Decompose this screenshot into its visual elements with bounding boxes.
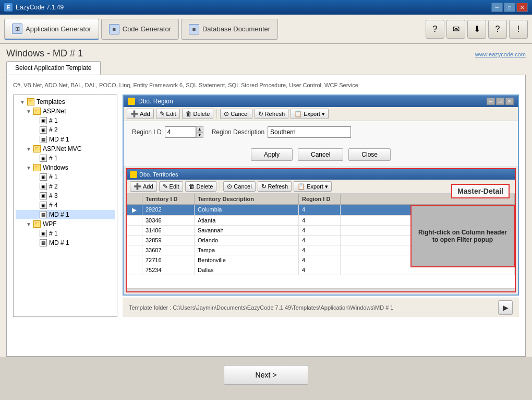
- row-indicator: [127, 255, 142, 265]
- tree-arrow: [32, 174, 38, 180]
- master-cancel-button[interactable]: ⊙ Cancel: [220, 109, 252, 119]
- detail-edit-label: Edit: [170, 183, 179, 190]
- tree-aspnet[interactable]: ▼ 📁 ASP.Net: [16, 107, 115, 116]
- tree-arrow: [32, 240, 38, 246]
- detail-edit-button[interactable]: ✎ Edit: [159, 181, 183, 192]
- download-icon[interactable]: ⬇: [467, 20, 486, 39]
- tree-mvc-1[interactable]: ▣ # 1: [16, 154, 115, 163]
- help-icon[interactable]: ?: [426, 20, 444, 39]
- restore-button[interactable]: □: [504, 3, 515, 12]
- tree-wpf-md1[interactable]: ▦ MD # 1: [16, 238, 115, 248]
- master-dialog-title: Dbo. Region ─ □ ✕: [124, 96, 518, 107]
- export-arrow: ▾: [322, 111, 325, 117]
- tree-wpf-1[interactable]: ▣ # 1: [16, 229, 115, 238]
- file-icon: ▣: [40, 202, 47, 209]
- territory-desc-cell: Dallas: [195, 265, 299, 275]
- tab-application-generator[interactable]: ⊞ Application Generator: [4, 19, 99, 40]
- file-icon: ▣: [40, 155, 47, 162]
- play-button[interactable]: ▶: [498, 300, 513, 315]
- tab-select-template[interactable]: Select Application Template: [6, 61, 101, 75]
- spinner-up[interactable]: ▲: [196, 126, 203, 132]
- row-indicator: [127, 245, 142, 255]
- title-bar-text: EazyCode 7.1.49: [16, 4, 491, 11]
- territory-desc-cell: Atlanta: [195, 216, 299, 225]
- add-icon: ➕: [130, 110, 138, 117]
- master-edit-button[interactable]: ✎ Edit: [156, 109, 180, 119]
- status-bar: Template folder : C:\Users\Jaymin\Docume…: [123, 298, 519, 317]
- detail-refresh-label: Refresh: [268, 183, 288, 190]
- tree-win-md1[interactable]: ▦ MD # 1: [16, 210, 115, 219]
- tree-label: # 1: [49, 155, 58, 162]
- resize-handle[interactable]: ⋯: [127, 288, 515, 291]
- tree-arrow: ▼: [26, 165, 31, 171]
- row-indicator: [127, 216, 142, 225]
- close-button[interactable]: Close: [348, 148, 391, 161]
- tree-aspnet-1[interactable]: ▣ # 1: [16, 116, 115, 125]
- close-button[interactable]: ✕: [516, 3, 528, 12]
- grid-col-territory-id[interactable]: Territory I D: [142, 194, 195, 204]
- cancel-button[interactable]: Cancel: [298, 148, 343, 161]
- next-button[interactable]: Next >: [224, 365, 309, 385]
- tree-panel: ▼ 📁 Templates ▼ 📁 ASP.Net ▣ # 1: [13, 95, 117, 317]
- spinner-down[interactable]: ▼: [196, 132, 203, 138]
- tab-code-generator[interactable]: ≡ Code Generator: [101, 19, 179, 40]
- dialog-close-btn[interactable]: ✕: [505, 98, 514, 105]
- tree-aspnet-mvc[interactable]: ▼ 📁 ASP.Net MVC: [16, 144, 115, 154]
- tree-win-3[interactable]: ▣ # 3: [16, 191, 115, 201]
- master-export-label: Export: [304, 111, 320, 117]
- website-link[interactable]: www.eazycode.com: [475, 45, 526, 57]
- region-id-input[interactable]: 4: [165, 126, 196, 138]
- tree-wpf[interactable]: ▼ 📁 WPF: [16, 219, 115, 229]
- master-edit-label: Edit: [166, 111, 176, 117]
- tree-label: # 1: [49, 230, 58, 237]
- tree-windows[interactable]: ▼ 📁 Windows: [16, 163, 115, 172]
- app-gen-icon: ⊞: [12, 23, 22, 34]
- detail-add-button[interactable]: ➕ Add: [130, 181, 157, 192]
- tree-arrow: [32, 118, 38, 124]
- tree-arrow: [32, 231, 38, 237]
- region-desc-input[interactable]: Southern: [268, 126, 351, 138]
- tree-win-4[interactable]: ▣ # 4: [16, 201, 115, 210]
- tree-arrow: [32, 156, 38, 161]
- master-export-button[interactable]: 📋 Export ▾: [291, 109, 329, 119]
- tree-win-1[interactable]: ▣ # 1: [16, 172, 115, 182]
- code-gen-icon: ≡: [109, 24, 119, 34]
- territory-desc-cell: Tampa: [195, 245, 299, 255]
- region-id-cell: 4: [299, 205, 341, 215]
- tab-database-documenter[interactable]: ≡ Database Documenter: [181, 19, 278, 40]
- dialog-restore-btn[interactable]: □: [496, 98, 504, 105]
- edit-icon: ✎: [163, 183, 168, 190]
- master-add-button[interactable]: ➕ Add: [127, 109, 154, 119]
- row-indicator: [127, 226, 142, 235]
- grid-body[interactable]: ▶ 29202 Columbia 4 30346: [127, 205, 515, 288]
- grid-col-region-id[interactable]: Region I D: [299, 194, 341, 204]
- detail-cancel-button[interactable]: ⊙ Cancel: [223, 181, 255, 192]
- region-id-label: Region I D: [132, 128, 162, 136]
- minimize-button[interactable]: ─: [491, 3, 503, 12]
- region-desc-group: Region Description Southern: [212, 126, 351, 138]
- master-refresh-button[interactable]: ↻ Refresh: [255, 109, 289, 119]
- info-icon[interactable]: !: [509, 20, 528, 39]
- master-delete-button[interactable]: 🗑 Delete: [182, 109, 214, 119]
- grid-col-description[interactable]: Territory Description: [195, 194, 299, 204]
- tree-aspnet-2[interactable]: ▣ # 2: [16, 125, 115, 135]
- master-dialog-title-text: Dbo. Region: [138, 98, 173, 105]
- tree-win-2[interactable]: ▣ # 2: [16, 182, 115, 191]
- tree-arrow: ▼: [20, 99, 25, 105]
- apply-button[interactable]: Apply: [251, 148, 293, 161]
- tree-arrow: ▼: [26, 221, 31, 227]
- detail-delete-button[interactable]: 🗑 Delete: [185, 181, 217, 192]
- tree-label: MD # 1: [49, 239, 69, 246]
- question-icon[interactable]: ?: [488, 20, 507, 39]
- tree-root[interactable]: ▼ 📁 Templates: [16, 97, 115, 107]
- detail-export-button[interactable]: 📋 Export ▾: [294, 181, 332, 192]
- file-md-icon: ▦: [40, 239, 47, 246]
- territory-id-cell: 75234: [142, 265, 195, 275]
- email-icon[interactable]: ✉: [446, 20, 465, 39]
- region-id-group: Region I D 4 ▲ ▼: [132, 126, 203, 138]
- detail-refresh-button[interactable]: ↻ Refresh: [258, 181, 292, 192]
- row-indicator: ▶: [127, 205, 142, 215]
- region-id-cell: 4: [299, 236, 341, 245]
- dialog-minimize-btn[interactable]: ─: [487, 98, 495, 105]
- tree-aspnet-md1[interactable]: ▦ MD # 1: [16, 135, 115, 144]
